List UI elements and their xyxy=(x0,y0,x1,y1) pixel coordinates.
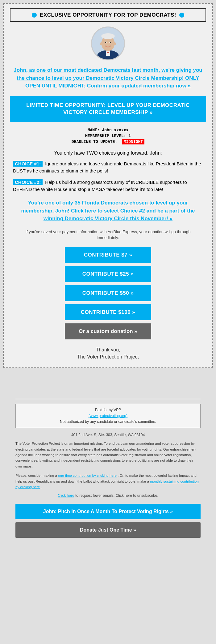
name-label: NAME: xyxy=(88,128,100,132)
svg-point-11 xyxy=(100,42,102,45)
choices-section: You only have TWO choices going forward,… xyxy=(10,150,206,223)
level-value: 1 xyxy=(128,134,131,138)
donate-buttons: CONTRIBUTE $7 » CONTRIBUTE $25 » CONTRIB… xyxy=(10,247,206,339)
midnight-badge: MIDNIGHT xyxy=(122,139,144,144)
unsubscribe-text: to request fewer emails. Click here to u… xyxy=(75,493,158,498)
main-container: EXCLUSIVE OPPORTUNITY FOR TOP DEMOCRATS! xyxy=(3,3,213,368)
footer-section: Paid for by VPP (www.protectvoting.org) … xyxy=(3,393,213,544)
thank-you-text: Thank you, xyxy=(10,347,206,353)
paid-for-box: Paid for by VPP (www.protectvoting.org) … xyxy=(15,404,201,428)
footer-unsubscribe: Click here to request fewer emails. Clic… xyxy=(15,493,201,498)
unsubscribe-link[interactable]: Click here xyxy=(58,493,74,498)
footer-consider: Please, consider making a one-time contr… xyxy=(15,473,201,490)
avatar xyxy=(91,26,125,60)
contribute-25-button[interactable]: CONTRIBUTE $25 » xyxy=(65,266,151,282)
paid-for-line1: Paid for by VPP xyxy=(20,407,196,413)
cta-banner-text: LIMITED TIME OPPORTUNITY: LEVEL UP YOUR … xyxy=(26,102,190,115)
two-choices-text: You only have TWO choices going forward,… xyxy=(13,150,203,156)
svg-point-8 xyxy=(105,42,106,43)
deadline-label: DEADLINE TO UPDATE: xyxy=(72,140,117,144)
cta-link-text[interactable]: You're one of only 35 Florida Democrats … xyxy=(16,199,200,223)
choice-2-label: CHOICE #2: xyxy=(13,179,43,185)
org-name: The Voter Protection Project xyxy=(10,354,206,360)
membership-level-line: MEMBERSHIP LEVEL: 1 xyxy=(10,134,206,138)
paid-for-url: (www.protectvoting.org) xyxy=(20,413,196,419)
actblue-note: If you've saved your payment information… xyxy=(10,229,206,241)
contribute-50-button[interactable]: CONTRIBUTE $50 » xyxy=(65,285,151,301)
footer-spacer xyxy=(3,368,213,393)
footer-monthly-cta-button[interactable]: John: Pitch In Once A Month To Protect V… xyxy=(15,504,201,519)
choice-1-block: CHOICE #1: Ignore our pleas and leave vu… xyxy=(13,160,203,174)
footer-mission: The Voter Protection Project is on an im… xyxy=(15,441,201,469)
footer-address: 401 2nd Ave. S, Ste. 303, Seattle, WA 98… xyxy=(15,433,201,437)
choice-2-block: CHOICE #2: Help us build a strong grassr… xyxy=(13,179,203,193)
membership-name-line: NAME: John xxxxxx xyxy=(10,128,206,132)
intro-text[interactable]: John, as one of our most dedicated Democ… xyxy=(10,66,206,90)
dot-right-icon xyxy=(179,13,184,18)
contribute-100-button[interactable]: CONTRIBUTE $100 » xyxy=(65,304,151,320)
cta-banner[interactable]: LIMITED TIME OPPORTUNITY: LEVEL UP YOUR … xyxy=(10,96,206,122)
custom-donation-button[interactable]: Or a custom donation » xyxy=(65,323,151,339)
paid-for-url-link[interactable]: (www.protectvoting.org) xyxy=(89,414,127,418)
choice-1-label: CHOICE #1: xyxy=(13,161,43,167)
dot-left-icon xyxy=(32,13,37,18)
consider-end: . xyxy=(41,485,42,489)
consider-before: Please, consider making a xyxy=(15,474,57,477)
svg-point-6 xyxy=(101,33,114,39)
level-label: MEMBERSHIP LEVEL: xyxy=(85,134,126,138)
footer-one-time-cta-button[interactable]: Donate Just One Time » xyxy=(15,522,201,538)
svg-point-10 xyxy=(110,42,111,43)
footer-divider xyxy=(15,399,201,399)
svg-point-12 xyxy=(114,42,116,45)
header-bar: EXCLUSIVE OPPORTUNITY FOR TOP DEMOCRATS! xyxy=(10,8,206,22)
contribute-7-button[interactable]: CONTRIBUTE $7 » xyxy=(65,247,151,263)
membership-deadline-line: DEADLINE TO UPDATE: MIDNIGHT xyxy=(10,140,206,144)
membership-info: NAME: John xxxxxx MEMBERSHIP LEVEL: 1 DE… xyxy=(10,128,206,144)
header-title: EXCLUSIVE OPPORTUNITY FOR TOP DEMOCRATS! xyxy=(40,12,176,18)
avatar-container xyxy=(10,26,206,62)
outer-wrapper: EXCLUSIVE OPPORTUNITY FOR TOP DEMOCRATS! xyxy=(0,0,216,547)
name-value: John xxxxxx xyxy=(102,128,129,132)
one-time-link[interactable]: one-time contribution by clicking here xyxy=(58,474,117,477)
paid-for-line3: Not authorized by any candidate or candi… xyxy=(20,419,196,425)
